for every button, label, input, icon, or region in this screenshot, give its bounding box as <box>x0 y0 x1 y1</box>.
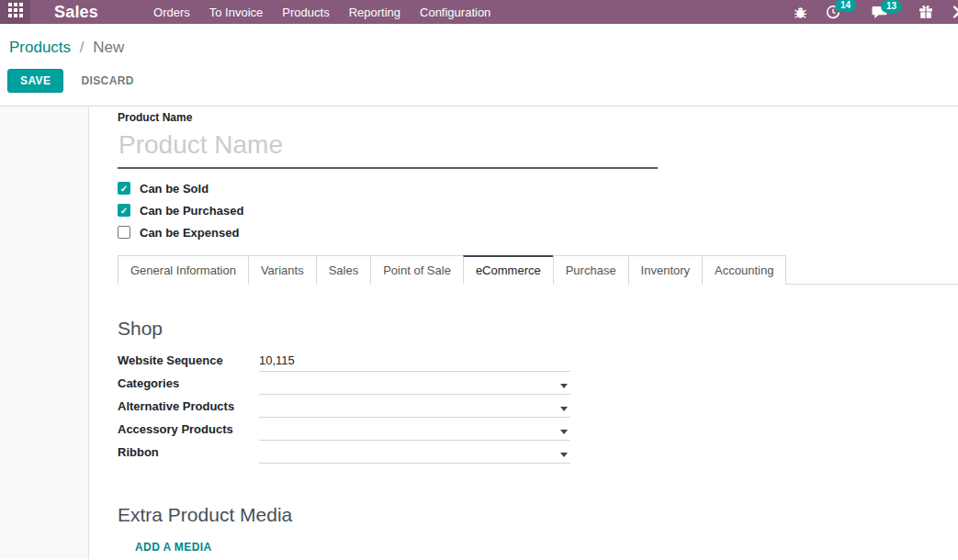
tab-accounting[interactable]: Accounting <box>702 255 786 285</box>
tab-sales[interactable]: Sales <box>316 255 372 285</box>
menu-item-orders[interactable]: Orders <box>153 6 190 19</box>
form-buttons: SAVE DISCARD <box>7 69 958 93</box>
message-count-badge[interactable]: 13 <box>881 0 902 13</box>
categories-label: Categories <box>118 376 259 390</box>
sheet-background <box>0 106 89 559</box>
breadcrumb-products-link[interactable]: Products <box>9 39 71 56</box>
save-button[interactable]: SAVE <box>7 69 63 93</box>
alternative-products-label: Alternative Products <box>118 399 259 413</box>
accessory-products-input[interactable] <box>259 422 570 436</box>
messages-chat-icon[interactable]: 13 <box>872 6 887 19</box>
can-be-expensed-checkbox[interactable] <box>118 226 130 239</box>
tab-purchase[interactable]: Purchase <box>553 255 629 285</box>
menu-item-products[interactable]: Products <box>282 6 329 19</box>
can-be-sold-row[interactable]: ✓ Can be Sold <box>118 177 958 199</box>
apps-menu-button[interactable] <box>0 0 30 24</box>
ribbon-row: Ribbon <box>118 441 958 464</box>
can-be-purchased-label: Can be Purchased <box>140 204 243 218</box>
categories-row: Categories <box>118 372 958 395</box>
control-panel: Products / New SAVE DISCARD <box>0 24 958 106</box>
can-be-sold-label: Can be Sold <box>140 182 209 196</box>
gift-icon[interactable] <box>919 5 933 19</box>
tab-variants[interactable]: Variants <box>248 255 317 285</box>
topbar: Sales Orders To Invoice Products Reporti… <box>0 0 958 24</box>
chevron-down-icon[interactable] <box>560 407 568 411</box>
alternative-products-input[interactable] <box>259 399 570 413</box>
chevron-down-icon[interactable] <box>560 453 568 457</box>
ribbon-input[interactable] <box>259 445 570 459</box>
accessory-products-row: Accessory Products <box>118 418 958 441</box>
form-sheet: Product Name ✓ Can be Sold ✓ Can be Purc… <box>89 106 958 559</box>
can-be-sold-checkbox[interactable]: ✓ <box>118 182 130 195</box>
discard-button[interactable]: DISCARD <box>69 70 145 92</box>
tab-ecommerce[interactable]: eCommerce <box>463 255 554 285</box>
can-be-expensed-row[interactable]: Can be Expensed <box>118 221 958 243</box>
app-title[interactable]: Sales <box>54 3 98 22</box>
activities-clock-icon[interactable]: 14 <box>826 5 840 19</box>
breadcrumb-current: New <box>93 39 124 56</box>
product-name-label: Product Name <box>118 111 958 124</box>
add-a-media-button[interactable]: ADD A MEDIA <box>135 541 212 554</box>
categories-input[interactable] <box>259 376 570 390</box>
website-sequence-input[interactable] <box>259 353 570 367</box>
can-be-purchased-row[interactable]: ✓ Can be Purchased <box>118 199 958 221</box>
tab-point-of-sale[interactable]: Point of Sale <box>370 255 464 285</box>
form-view: Product Name ✓ Can be Sold ✓ Can be Purc… <box>0 106 958 559</box>
website-sequence-row: Website Sequence <box>118 349 958 372</box>
sales-product-form-window: Sales Orders To Invoice Products Reporti… <box>0 0 958 560</box>
apps-grid-icon <box>8 3 23 21</box>
website-sequence-field <box>259 349 570 372</box>
checkbox-group: ✓ Can be Sold ✓ Can be Purchased Can be … <box>118 177 958 243</box>
accessory-products-field <box>259 418 570 441</box>
extra-product-media-title: Extra Product Media <box>118 504 958 526</box>
shop-section-title: Shop <box>118 318 958 340</box>
breadcrumb: Products / New <box>0 24 958 57</box>
alternative-products-field <box>259 395 570 418</box>
chevron-down-icon[interactable] <box>560 430 568 434</box>
debug-bug-icon[interactable] <box>794 6 807 19</box>
shop-fields: Website Sequence Categories Alternative … <box>118 349 958 464</box>
topbar-menu: Orders To Invoice Products Reporting Con… <box>153 6 490 19</box>
website-sequence-label: Website Sequence <box>118 353 259 367</box>
activity-count-badge[interactable]: 14 <box>835 0 856 12</box>
ribbon-field <box>259 441 570 464</box>
menu-item-reporting[interactable]: Reporting <box>349 6 400 19</box>
breadcrumb-separator: / <box>80 39 85 56</box>
product-name-input[interactable] <box>118 124 658 169</box>
tab-general-information[interactable]: General Information <box>118 255 249 285</box>
chevron-down-icon[interactable] <box>560 384 568 388</box>
accessory-products-label: Accessory Products <box>118 422 259 436</box>
can-be-purchased-checkbox[interactable]: ✓ <box>118 204 130 217</box>
tools-icon[interactable] <box>952 5 958 19</box>
tab-inventory[interactable]: Inventory <box>628 255 703 285</box>
ribbon-label: Ribbon <box>118 445 259 459</box>
menu-item-to-invoice[interactable]: To Invoice <box>209 6 264 19</box>
notebook-tabs: General Information Variants Sales Point… <box>118 255 958 285</box>
topbar-systray: 14 13 <box>794 5 958 19</box>
categories-field <box>259 372 570 395</box>
alternative-products-row: Alternative Products <box>118 395 958 418</box>
menu-item-configuration[interactable]: Configuration <box>420 6 490 19</box>
can-be-expensed-label: Can be Expensed <box>140 226 239 240</box>
